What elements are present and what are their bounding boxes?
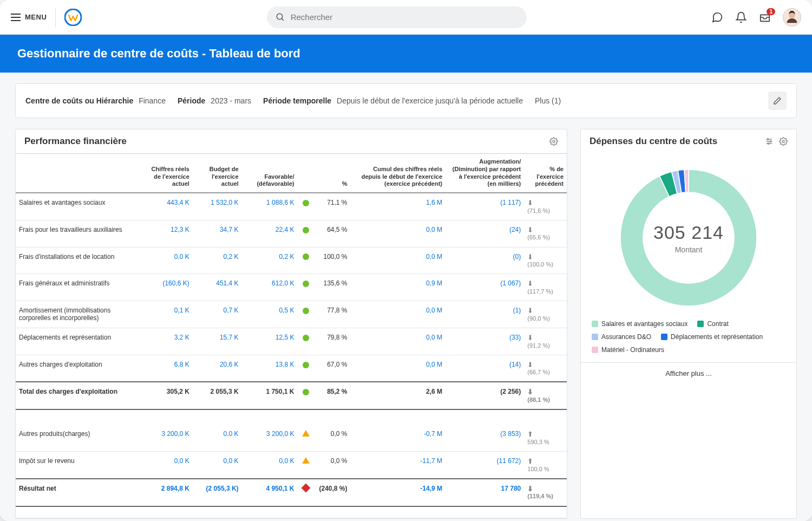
delta-cell[interactable]: (11 672) xyxy=(446,452,524,479)
prior-cell[interactable]: 0,0 M xyxy=(351,247,446,274)
inbox-icon[interactable]: 1 xyxy=(759,11,771,23)
delta-cell[interactable]: (0) xyxy=(446,247,524,274)
svg-point-10 xyxy=(767,139,769,140)
filter-cc-value[interactable]: Finance xyxy=(139,96,166,105)
fav-cell[interactable]: 13,8 K xyxy=(242,355,298,382)
prior-cell[interactable]: -0,7 M xyxy=(351,425,446,451)
topbar: MENU 1 xyxy=(0,0,812,35)
actual-cell[interactable]: 6,8 K xyxy=(140,355,193,382)
pct-cell: 64,5 % xyxy=(315,220,351,247)
fav-cell[interactable]: 0,5 K xyxy=(242,301,298,328)
budget-cell[interactable]: (2 055,3 K) xyxy=(193,479,242,506)
indicator-cell xyxy=(297,382,314,409)
actual-cell[interactable]: 0,0 K xyxy=(140,247,193,274)
actual-cell[interactable]: (160,6 K) xyxy=(140,274,193,301)
legend-swatch xyxy=(697,321,704,327)
delta-cell[interactable]: (1) xyxy=(446,301,524,328)
prior-cell[interactable]: 0,0 M xyxy=(351,220,446,247)
inbox-badge: 1 xyxy=(767,8,775,15)
budget-cell[interactable]: 34,7 K xyxy=(193,220,242,247)
filter-period-value[interactable]: 2023 - mars xyxy=(211,96,251,105)
actual-cell[interactable]: 3 200,0 K xyxy=(140,425,193,451)
fav-cell[interactable]: 22,4 K xyxy=(242,220,298,247)
pencil-icon xyxy=(773,96,782,105)
indicator-cell xyxy=(297,355,314,382)
actual-cell[interactable]: 3,2 K xyxy=(140,328,193,355)
actual-cell[interactable]: 0,1 K xyxy=(140,301,193,328)
table-row: Impôt sur le revenu0,0 K0,0 K0,0 K0,0 %-… xyxy=(16,452,567,479)
budget-cell[interactable]: 15,7 K xyxy=(193,328,242,355)
actual-cell[interactable]: 2 894,8 K xyxy=(140,479,193,506)
show-more-button[interactable]: Afficher plus ... xyxy=(581,362,796,384)
prior-cell[interactable]: -11,7 M xyxy=(351,452,446,479)
legend-item[interactable]: Contrat xyxy=(697,320,728,328)
indicator-green-icon xyxy=(303,253,309,260)
chat-icon[interactable] xyxy=(711,11,723,23)
delta-cell[interactable]: (14) xyxy=(446,355,524,382)
sliders-icon[interactable] xyxy=(765,137,774,146)
prior-cell[interactable]: 1,6 M xyxy=(351,193,446,220)
actual-cell[interactable]: 0,0 K xyxy=(140,452,193,479)
delta-cell[interactable]: (1 117) xyxy=(446,193,524,220)
fav-cell[interactable]: 12,5 K xyxy=(242,328,298,355)
prior-cell[interactable]: 0,0 M xyxy=(351,328,446,355)
prior-cell[interactable]: 0,9 M xyxy=(351,274,446,301)
budget-cell[interactable]: 1 532,0 K xyxy=(193,193,242,220)
budget-cell[interactable]: 451,4 K xyxy=(193,274,242,301)
fav-cell: 1 750,1 K xyxy=(242,382,298,409)
budget-cell[interactable]: 0,0 K xyxy=(193,425,242,451)
delta-cell[interactable]: (24) xyxy=(446,220,524,247)
filter-timeframe-value[interactable]: Depuis le début de l'exercice jusqu'à la… xyxy=(337,96,523,105)
legend-item[interactable]: Matériel - Ordinateurs xyxy=(592,346,664,354)
actual-cell[interactable]: 443,4 K xyxy=(140,193,193,220)
svg-point-13 xyxy=(782,140,784,142)
table-row: Autres produits(charges)3 200,0 K0,0 K3 … xyxy=(16,425,567,451)
search-box[interactable] xyxy=(267,6,527,28)
indicator-green-icon xyxy=(303,308,309,314)
budget-cell[interactable]: 0,7 K xyxy=(193,301,242,328)
fav-cell[interactable]: 0,0 K xyxy=(242,452,298,479)
bell-icon[interactable] xyxy=(735,11,747,23)
actual-cell[interactable]: 12,3 K xyxy=(140,220,193,247)
prior-cell[interactable]: 0,0 M xyxy=(351,301,446,328)
menu-button[interactable]: MENU xyxy=(11,13,47,21)
fav-cell[interactable]: 4 950,1 K xyxy=(242,479,298,506)
indicator-green-icon xyxy=(303,200,309,206)
delta-cell[interactable]: 17 780 xyxy=(446,479,524,506)
gear-icon[interactable] xyxy=(779,137,788,146)
prior-cell: 2,6 M xyxy=(351,382,446,409)
table-total-row: Total des charges d'exploitation305,2 K2… xyxy=(16,382,567,409)
prior-cell[interactable]: -14,9 M xyxy=(351,479,446,506)
indicator-cell xyxy=(297,328,314,355)
delta-cell[interactable]: (33) xyxy=(446,328,524,355)
prior-pct-cell: ⬇(91,2 %) xyxy=(524,328,567,355)
table-row: Salaires et avantages sociaux443,4 K1 53… xyxy=(16,193,567,220)
delta-cell[interactable]: (3 853) xyxy=(446,425,524,451)
legend-swatch xyxy=(661,334,667,340)
fav-cell[interactable]: 1 088,6 K xyxy=(242,193,298,220)
donut-chart[interactable]: 305 214 Montant xyxy=(613,162,764,314)
workday-logo[interactable] xyxy=(64,9,82,26)
budget-cell[interactable]: 0,0 K xyxy=(193,452,242,479)
fav-cell[interactable]: 3 200,0 K xyxy=(242,425,298,451)
actual-cell: 305,2 K xyxy=(140,382,193,409)
legend-item[interactable]: Assurances D&O xyxy=(592,333,651,341)
filter-more[interactable]: Plus (1) xyxy=(535,96,561,105)
legend-item[interactable]: Déplacements et représentation xyxy=(661,333,763,341)
edit-filters-button[interactable] xyxy=(768,92,787,110)
budget-cell[interactable]: 0,2 K xyxy=(193,247,242,274)
svg-point-11 xyxy=(770,141,771,142)
avatar[interactable] xyxy=(783,8,801,27)
fav-cell[interactable]: 0,2 K xyxy=(242,247,298,274)
legend-item[interactable]: Salaires et avantages sociaux xyxy=(592,320,687,328)
gear-icon[interactable] xyxy=(549,137,558,146)
arrow-down-icon: ⬇ xyxy=(527,307,533,315)
row-label: Frais pour les travailleurs auxiliaires xyxy=(16,220,140,247)
search-input[interactable] xyxy=(291,12,518,22)
budget-cell[interactable]: 20,6 K xyxy=(193,355,242,382)
fav-cell[interactable]: 612,0 K xyxy=(242,274,298,301)
prior-cell[interactable]: 0,0 M xyxy=(351,355,446,382)
svg-rect-3 xyxy=(761,15,770,21)
col-name xyxy=(16,154,140,193)
delta-cell[interactable]: (1 067) xyxy=(446,274,524,301)
